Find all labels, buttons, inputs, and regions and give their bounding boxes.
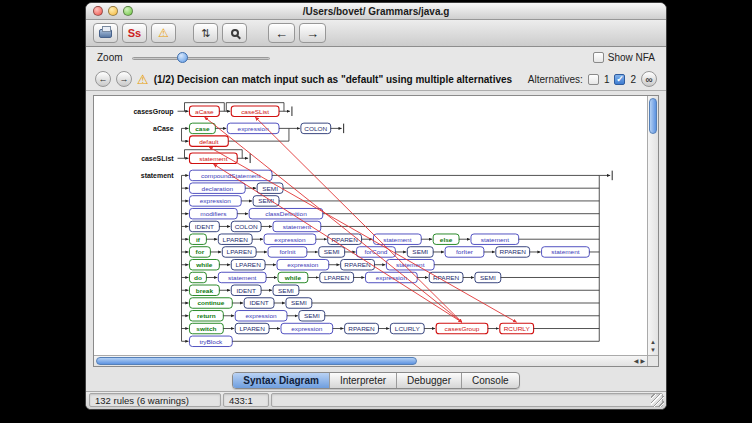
tab-console[interactable]: Console [462,373,519,388]
scroll-up-button[interactable]: ▲ [648,338,658,346]
svg-text:statement: statement [383,236,412,243]
link-alternatives-button[interactable]: ∞ [641,71,657,87]
previous-warning-icon: ← [99,74,108,84]
window-title: /Users/bovet/ Grammars/java.g [86,6,666,17]
svg-text:casesGroup: casesGroup [133,108,173,116]
print-button[interactable] [93,23,118,43]
tab-debugger[interactable]: Debugger [397,373,462,388]
svg-text:default: default [199,138,219,145]
warning-icon: ⚠ [158,27,169,39]
forward-button[interactable]: → [299,23,326,43]
alternative-2-label: 2 [630,74,636,85]
vertical-scrollbar[interactable]: ▲ ▼ [647,96,658,355]
syntax-coloring-button[interactable]: Ss [122,23,147,43]
svg-text:expression: expression [287,261,319,269]
svg-text:SEMI: SEMI [480,274,496,281]
print-icon [99,29,112,38]
alternative-2-checkbox[interactable]: ✓ [614,74,625,85]
svg-text:SEMI: SEMI [412,248,428,255]
scrollbar-corner [647,355,658,366]
tab-interpreter[interactable]: Interpreter [330,373,397,388]
rules-count-status: 132 rules (6 warnings) [89,393,221,407]
scroll-left-button[interactable]: ◀ [634,357,639,365]
svg-text:statement: statement [551,248,580,255]
svg-text:IDENT: IDENT [249,300,268,307]
updown-icon: ⇅ [201,28,210,39]
svg-text:classDefinition: classDefinition [265,210,307,217]
app-window: /Users/bovet/ Grammars/java.g Ss ⚠ ⇅ ← [85,2,667,410]
zoom-slider[interactable] [132,51,270,65]
svg-text:LPAREN: LPAREN [324,274,350,281]
syntax-diagram-svg: casesGroupaCasecaseSListaCasecaseexpress… [94,96,647,355]
svg-text:statement: statement [141,172,175,179]
svg-text:expression: expression [291,325,323,333]
horizontal-scrollbar-thumb[interactable] [96,357,417,365]
link-icon: ∞ [645,74,652,85]
show-nfa-label: Show NFA [608,52,655,63]
show-nfa-checkbox[interactable] [593,52,604,63]
sort-rules-button[interactable]: ⇅ [193,23,218,43]
svg-text:RPAREN: RPAREN [348,325,375,332]
scroll-right-button[interactable]: ▶ [640,357,645,365]
decision-warning-icon: ⚠ [137,73,149,86]
svg-text:forIter: forIter [456,248,473,255]
syntax-diagram-canvas[interactable]: casesGroupaCasecaseSListaCasecaseexpress… [94,96,647,355]
check-icon: ✓ [616,75,624,84]
svg-text:casesGroup: casesGroup [445,325,480,333]
svg-text:SEMI: SEMI [324,248,340,255]
previous-warning-button[interactable]: ← [95,71,111,87]
tab-syntax-diagram[interactable]: Syntax Diagram [233,373,330,388]
svg-text:statement: statement [199,155,228,162]
svg-text:statement: statement [228,274,257,281]
svg-text:case: case [195,125,210,132]
svg-text:LPAREN: LPAREN [239,325,265,332]
warning-bar: ← → ⚠ (1/2) Decision can match input suc… [86,68,666,91]
titlebar[interactable]: /Users/bovet/ Grammars/java.g [86,3,666,20]
svg-text:IDENT: IDENT [195,223,214,230]
svg-text:return: return [197,312,216,319]
vertical-scrollbar-thumb[interactable] [649,98,657,134]
diagram-panel: casesGroupaCasecaseSListaCasecaseexpress… [93,95,659,367]
next-warning-icon: → [120,74,129,84]
svg-text:aCase: aCase [153,125,174,132]
svg-text:COLON: COLON [304,125,327,132]
svg-text:LPAREN: LPAREN [223,236,249,243]
close-button[interactable] [93,6,103,16]
warnings-button[interactable]: ⚠ [151,23,176,43]
svg-text:aCase: aCase [195,108,214,115]
status-bar: 132 rules (6 warnings) 433:1 [86,391,666,409]
maximize-button[interactable] [123,6,133,16]
alternative-1-checkbox[interactable] [588,74,599,85]
svg-text:expression: expression [245,312,277,320]
svg-text:statement: statement [481,236,510,243]
warning-message: (1/2) Decision can match input such as "… [154,74,512,85]
caret-position-status: 433:1 [223,393,269,407]
horizontal-scrollbar[interactable]: ◀ ▶ [94,355,647,366]
zoom-slider-knob[interactable] [177,52,188,63]
next-warning-button[interactable]: → [116,71,132,87]
svg-text:expression: expression [200,197,232,205]
svg-text:do: do [194,274,202,281]
minimize-button[interactable] [108,6,118,16]
svg-text:RPAREN: RPAREN [500,248,527,255]
zoom-slider-track [132,57,270,60]
svg-text:break: break [196,287,214,294]
magnifier-icon [231,29,239,37]
resize-grip[interactable] [651,394,664,407]
svg-text:continue: continue [197,300,224,307]
svg-text:else: else [440,236,453,243]
svg-text:RCURLY: RCURLY [504,325,531,332]
svg-text:declaration: declaration [202,185,234,192]
back-button[interactable]: ← [268,23,295,43]
svg-text:compoundStatement: compoundStatement [201,172,261,180]
svg-text:SEMI: SEMI [304,312,320,319]
back-arrow-icon: ← [275,27,288,40]
view-tabs: Syntax DiagramInterpreterDebuggerConsole [232,372,519,389]
scroll-down-button[interactable]: ▼ [648,346,658,354]
toolbar: Ss ⚠ ⇅ ← → [86,20,666,47]
svg-text:while: while [284,274,302,281]
status-spacer [271,393,663,407]
show-nfa-group: Show NFA [593,52,655,63]
traffic-lights [93,6,133,16]
find-button[interactable] [222,23,247,43]
